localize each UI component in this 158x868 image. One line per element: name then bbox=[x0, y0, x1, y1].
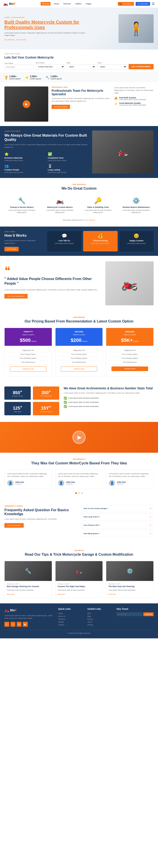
nav-item-services[interactable]: Services bbox=[41, 2, 50, 5]
video-play-button[interactable]: ▶ bbox=[72, 431, 86, 444]
mat-feature-text-1: Lorem ipsum dolor sit amet. bbox=[4, 159, 46, 162]
header-right: 📞 Lets Talk Us 🧮 Estimation ☰ bbox=[118, 2, 155, 6]
author-role-3: Customer bbox=[117, 483, 126, 485]
footer-link-privacy[interactable]: Privacy bbox=[87, 624, 112, 626]
chevron-icon-2: + bbox=[150, 516, 151, 519]
blog-post-text-3: Lorem ipsum dolor sit amet consectetur. bbox=[108, 589, 151, 591]
hamburger-icon[interactable]: ☰ bbox=[152, 2, 155, 5]
footer-email-input[interactable] bbox=[117, 612, 142, 616]
blog-icon-3: ⚙️ bbox=[127, 568, 133, 574]
testimonial-dots bbox=[4, 492, 154, 494]
blog-link-3[interactable]: Read More bbox=[108, 593, 116, 595]
hero-link-quote[interactable]: Get A Quote bbox=[16, 39, 26, 41]
materials-image: 🏍️ bbox=[92, 130, 154, 174]
professionals-right: Lorem ipsum dolor sit amet, consectetur … bbox=[114, 87, 154, 107]
faq-question-3[interactable]: Can I Restore Old ? + bbox=[81, 522, 153, 529]
blog-link-1[interactable]: Read More bbox=[7, 593, 14, 595]
nav-item-about[interactable]: About bbox=[53, 2, 60, 5]
estimate-button[interactable]: 🧮 Estimation bbox=[135, 2, 150, 6]
price-body-2: Happy By Foot Free Tuneup Option Free De… bbox=[55, 346, 103, 376]
prof-feature-text-1: Lorem ipsum dolor sit amet consectetur. bbox=[119, 99, 146, 100]
price-btn-3[interactable]: ORDER NOW bbox=[112, 367, 148, 371]
blog-section: OUR BLOG Read Our Tips & Trick Motorcycl… bbox=[0, 544, 158, 603]
play-button[interactable]: ▶ bbox=[23, 100, 30, 108]
nav-item-services2[interactable]: Services bbox=[62, 2, 72, 5]
hero-description: Lorem ipsum dolor sit amet, consectetur … bbox=[4, 32, 86, 36]
dot-1[interactable] bbox=[75, 492, 77, 494]
pricing-section: OUR PRICING Our Pricing Based From Recom… bbox=[0, 311, 158, 382]
how-works-btn[interactable]: Learn More bbox=[4, 247, 18, 251]
quote-image: 🏍️ bbox=[105, 261, 154, 305]
blog-icon-1: 🔧 bbox=[25, 568, 31, 574]
footer-link-faq[interactable]: FAQ bbox=[87, 612, 112, 614]
footer-stay-tuned-title: Stay Tuned bbox=[117, 608, 154, 610]
nav-item-gallery[interactable]: Gallery bbox=[74, 2, 83, 5]
stat-big-1: 850+ bbox=[7, 389, 28, 395]
materials-left: ALWAYS GIVE GREAT We Always Give Great M… bbox=[4, 130, 89, 174]
name-input[interactable] bbox=[4, 65, 34, 69]
footer-link-home[interactable]: Home bbox=[58, 612, 83, 614]
professionals-btn[interactable]: Get More Details bbox=[51, 105, 70, 109]
pricing-label: OUR PRICING bbox=[4, 316, 154, 318]
footer-stay-tuned: Stay Tuned Subscribe bbox=[117, 608, 154, 627]
faq-btn[interactable]: Get More Details bbox=[4, 523, 24, 528]
how-works-title: How It Works bbox=[4, 234, 44, 238]
footer-link-services[interactable]: Services bbox=[58, 618, 83, 620]
price-card-1: THROTTY Classic Custom $500/ Month Happy… bbox=[4, 328, 52, 377]
footer-link-terms[interactable]: Terms bbox=[87, 621, 112, 623]
footer-subscribe-btn[interactable]: Subscribe bbox=[143, 612, 154, 616]
faq-question-1[interactable]: How To Get Custom Design ? + bbox=[81, 505, 153, 512]
dot-3[interactable] bbox=[81, 492, 83, 494]
mat-feature-title-2: Completed Tools bbox=[48, 157, 89, 159]
faq-question-4[interactable]: How Many Queue ? + bbox=[81, 530, 153, 537]
linkedin-icon[interactable]: in bbox=[17, 622, 22, 627]
footer-link-gallery[interactable]: Gallery bbox=[58, 621, 83, 623]
blog-post-title-2: Custom Tire High Used Ways bbox=[58, 585, 101, 588]
how-works-label: HOW IT WORK bbox=[4, 231, 44, 232]
footer-link-blog[interactable]: Blog bbox=[87, 615, 112, 617]
faq-question-2[interactable]: How Long Took It ? + bbox=[81, 514, 153, 520]
price-header-1: THROTTY Classic Custom $500/ Month bbox=[5, 328, 52, 346]
hero-link-services[interactable]: Our Services bbox=[4, 39, 14, 41]
price-header-2: SECOND Classic Custom $200/ Month bbox=[55, 328, 103, 346]
talk-button[interactable]: 📞 Lets Talk Us bbox=[118, 2, 134, 6]
service-title-1: Tuneup & Service Motors bbox=[7, 206, 37, 208]
footer-quick-links-title: Quick Links bbox=[58, 608, 83, 610]
footer-link-pricing[interactable]: Pricing bbox=[87, 618, 112, 620]
stat-label-2: Lorem ipsum bbox=[30, 78, 41, 80]
price-label-3: Classic Custom bbox=[109, 334, 151, 336]
how-works-text: Lorem ipsum dolor sit amet, consectetur … bbox=[4, 239, 44, 245]
check-text-2: Lorem ipsum dolor sit amet consectetur bbox=[68, 401, 99, 403]
stat-item-2: ⭐ 2,580+Lorem ipsum bbox=[25, 75, 41, 80]
footer-about-text: Lorem ipsum dolor sit amet, consectetur … bbox=[4, 614, 54, 620]
stats-left: 850+ Custom Tirals 350+ Old Restoration … bbox=[4, 386, 59, 417]
nav-item-pages[interactable]: Pages bbox=[85, 2, 92, 5]
materials-features: ⭐ Exclusive Materials Lorem ipsum dolor … bbox=[4, 152, 89, 174]
facebook-icon[interactable]: f bbox=[4, 622, 9, 627]
professionals-right-text: Lorem ipsum dolor sit amet, consectetur … bbox=[114, 87, 154, 94]
price-btn-1[interactable]: ORDER NOW bbox=[10, 367, 46, 372]
date-select[interactable]: Select bbox=[67, 64, 96, 69]
blog-link-2[interactable]: Read More bbox=[58, 593, 66, 595]
stat-label-3: Lorem ipsum bbox=[50, 78, 62, 80]
quote-btn[interactable]: Get Free Consultation bbox=[4, 294, 28, 299]
footer-link-about[interactable]: About Us bbox=[58, 615, 83, 617]
form-submit-button[interactable]: GET APPOINTMENT bbox=[129, 64, 154, 69]
twitter-icon[interactable]: t bbox=[10, 622, 15, 627]
quote-mark-icon: ❝ bbox=[4, 268, 101, 273]
fire-icon: 🔥 bbox=[114, 97, 118, 100]
author-avatar-3: 👤 bbox=[109, 480, 115, 486]
price-btn-2[interactable]: ORDER NOW bbox=[61, 367, 97, 372]
services-footer-link[interactable]: See Ourteam bbox=[85, 219, 95, 221]
youtube-icon[interactable]: ▶ bbox=[23, 622, 28, 627]
dot-2[interactable] bbox=[78, 492, 80, 494]
phone-select[interactable]: Custom Field Here bbox=[35, 64, 65, 69]
footer-link-contact[interactable]: Contact bbox=[58, 624, 83, 626]
time-select[interactable]: Select bbox=[97, 64, 127, 69]
blog-card-1: 🔧 January 12, 2024 Best Garage Choicing … bbox=[4, 561, 52, 598]
testimonial-author-3: 👤 John Doe Customer bbox=[109, 480, 151, 486]
prof-feature-2: ⚡ Great Materials Quality Lorem ipsum do… bbox=[114, 102, 154, 106]
form-row: Your Name Your Phone Custom Field Here D… bbox=[4, 62, 154, 69]
testimonial-text-1: Lorem ipsum dolor sit amet, consectetur … bbox=[7, 472, 49, 478]
hero-image: 🧍 bbox=[118, 14, 154, 43]
